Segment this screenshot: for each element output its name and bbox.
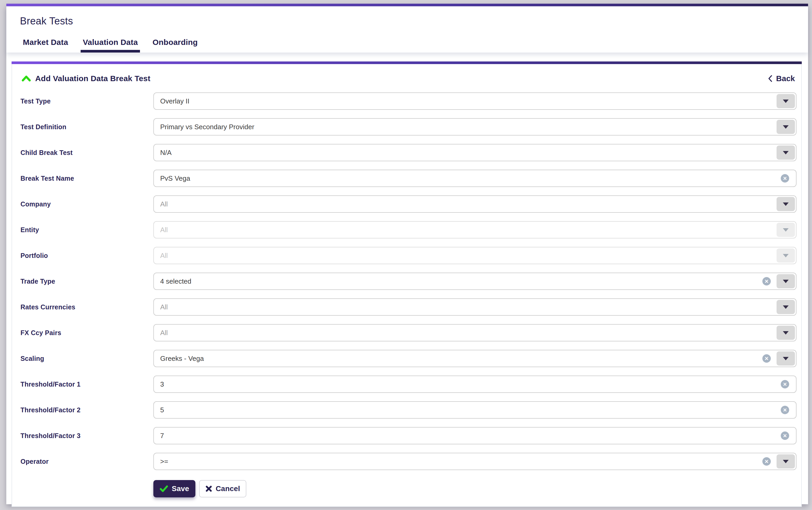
page-title: Break Tests [20, 15, 808, 27]
field: 5 ✕ [153, 401, 796, 419]
page-header: Break Tests Market Data Valuation Data O… [6, 6, 808, 53]
field-label: Test Definition [21, 123, 153, 131]
chevron-down-icon[interactable] [777, 454, 795, 469]
field-value: >= [160, 457, 168, 465]
field: Overlay II [153, 92, 796, 110]
field-input-company[interactable]: All [153, 195, 796, 213]
form-row: FX Ccy Pairs All [21, 324, 796, 341]
clear-icon[interactable]: ✕ [781, 174, 789, 182]
field-label: Rates Currencies [21, 303, 153, 311]
clear-icon[interactable]: ✕ [762, 277, 771, 285]
form-row: Threshold/Factor 2 5 ✕ [21, 401, 796, 419]
field-value: All [160, 303, 168, 311]
field: 3 ✕ [153, 375, 796, 393]
field-input-test-definition[interactable]: Primary vs Secondary Provider [153, 118, 796, 136]
chevron-down-icon[interactable] [777, 351, 795, 366]
field: N/A [153, 144, 796, 161]
field-value: 7 [160, 432, 164, 440]
field: All [153, 221, 796, 238]
field: PvS Vega ✕ [153, 170, 796, 187]
cancel-label: Cancel [215, 484, 240, 493]
field-value: All [160, 226, 168, 234]
panel-title: Add Valuation Data Break Test [35, 74, 150, 83]
field: Greeks - Vega ✕ [153, 350, 796, 367]
save-label: Save [172, 484, 189, 493]
field-value: 5 [160, 406, 164, 414]
form-row: Test Type Overlay II [21, 92, 796, 110]
field-input-fx-ccy-pairs[interactable]: All [153, 324, 796, 341]
field-label: Threshold/Factor 3 [21, 432, 153, 440]
tab-market-data[interactable]: Market Data [21, 38, 70, 53]
field-input-threshold-factor-1[interactable]: 3 ✕ [153, 375, 796, 393]
panel-header-left[interactable]: Add Valuation Data Break Test [22, 74, 150, 83]
field-label: Operator [21, 458, 153, 465]
chevron-down-icon[interactable] [777, 325, 795, 340]
field-value: Primary vs Secondary Provider [160, 123, 254, 131]
clear-icon[interactable]: ✕ [762, 457, 771, 465]
break-test-form: Test Type Overlay II Test Definition Pri… [21, 92, 796, 470]
field-label: Scaling [21, 355, 153, 362]
field-label: Entity [21, 226, 153, 234]
field-value: 3 [160, 380, 164, 389]
chevron-up-icon[interactable] [22, 75, 31, 82]
form-actions: Save Cancel [153, 480, 796, 498]
field-input-scaling[interactable]: Greeks - Vega ✕ [153, 350, 796, 367]
field-label: Company [21, 200, 153, 208]
form-row: Threshold/Factor 1 3 ✕ [21, 375, 796, 393]
field: All [153, 324, 796, 341]
field-label: Test Type [21, 97, 153, 105]
chevron-down-icon[interactable] [777, 94, 795, 108]
tab-valuation-data[interactable]: Valuation Data [81, 38, 140, 53]
chevron-down-icon [777, 223, 795, 237]
clear-icon[interactable]: ✕ [781, 431, 789, 440]
field-label: Trade Type [21, 278, 153, 285]
chevron-down-icon[interactable] [777, 274, 795, 288]
cancel-button[interactable]: Cancel [199, 480, 246, 498]
field-label: Portfolio [21, 252, 153, 259]
form-row: Portfolio All [21, 247, 796, 264]
field: >= ✕ [153, 453, 796, 470]
form-row: Child Break Test N/A [21, 144, 796, 161]
field-input-trade-type[interactable]: 4 selected ✕ [153, 273, 796, 290]
clear-icon[interactable]: ✕ [781, 406, 789, 414]
top-accent-bar [6, 4, 808, 6]
field-input-child-break-test[interactable]: N/A [153, 144, 796, 161]
chevron-down-icon[interactable] [777, 120, 795, 134]
chevron-down-icon[interactable] [777, 300, 795, 314]
field-value: N/A [160, 149, 172, 157]
x-icon [205, 485, 212, 492]
field-value: Overlay II [160, 97, 190, 105]
field-label: Threshold/Factor 2 [21, 406, 153, 414]
field: 7 ✕ [153, 427, 796, 444]
clear-icon[interactable]: ✕ [781, 380, 789, 389]
field-input-break-test-name[interactable]: PvS Vega ✕ [153, 170, 796, 187]
field-input-operator[interactable]: >= ✕ [153, 453, 796, 470]
chevron-down-icon[interactable] [777, 197, 795, 211]
save-button[interactable]: Save [153, 480, 195, 498]
clear-icon[interactable]: ✕ [762, 354, 771, 363]
content-area: Add Valuation Data Break Test Back Test … [6, 53, 808, 507]
chevron-left-icon [768, 75, 772, 82]
field: All [153, 298, 796, 316]
add-break-test-panel: Add Valuation Data Break Test Back Test … [11, 61, 802, 507]
form-row: Break Test Name PvS Vega ✕ [21, 170, 796, 187]
field-input-test-type[interactable]: Overlay II [153, 92, 796, 110]
back-button[interactable]: Back [768, 74, 795, 83]
field-input-threshold-factor-3[interactable]: 7 ✕ [153, 427, 796, 444]
field-input-threshold-factor-2[interactable]: 5 ✕ [153, 401, 796, 419]
form-row: Test Definition Primary vs Secondary Pro… [21, 118, 796, 136]
field-value: All [160, 252, 168, 260]
field-value: 4 selected [160, 277, 192, 285]
tab-bar: Market Data Valuation Data Onboarding [21, 38, 808, 53]
field-value: PvS Vega [160, 174, 190, 182]
field: 4 selected ✕ [153, 273, 796, 290]
form-row: Company All [21, 195, 796, 213]
chevron-down-icon[interactable] [777, 145, 795, 160]
form-row: Operator >= ✕ [21, 453, 796, 470]
field-value: All [160, 329, 168, 337]
form-row: Trade Type 4 selected ✕ [21, 273, 796, 290]
form-row: Scaling Greeks - Vega ✕ [21, 350, 796, 367]
field-input-rates-currencies[interactable]: All [153, 298, 796, 316]
back-label: Back [776, 74, 795, 83]
tab-onboarding[interactable]: Onboarding [150, 38, 200, 53]
